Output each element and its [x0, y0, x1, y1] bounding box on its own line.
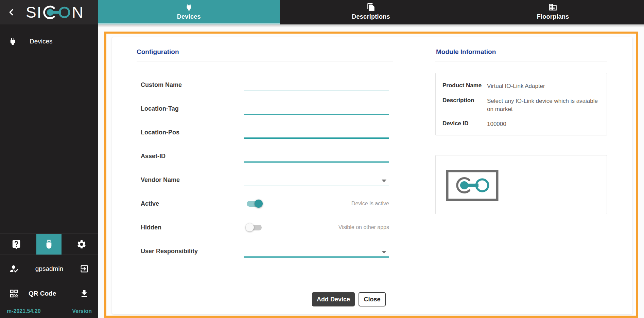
info-value: Select any IO-Link device which is avaia…: [487, 97, 600, 114]
divider: [137, 61, 393, 61]
location-pos-input[interactable]: [244, 129, 389, 137]
sidebar: SI N Devices: [0, 0, 98, 318]
input-underline: [244, 137, 389, 139]
sidebar-version-row: m-2021.54.20 Version: [0, 304, 98, 318]
logo-text-suffix: N: [72, 4, 84, 20]
toggle-thumb: [246, 223, 254, 231]
download-icon[interactable]: [80, 289, 89, 298]
field-label: Asset-ID: [141, 153, 244, 160]
field-label: User Responsibility: [141, 248, 244, 255]
logout-icon[interactable]: [80, 264, 89, 274]
info-row-description: Description Select any IO-Link device wh…: [442, 97, 600, 114]
module-information-title: Module Information: [436, 48, 496, 56]
info-value: 100000: [487, 120, 600, 129]
form-row-location-pos: Location-Pos: [141, 120, 389, 144]
hidden-toggle[interactable]: [246, 223, 263, 232]
active-toggle[interactable]: [246, 199, 263, 208]
form-row-asset-id: Asset-ID: [141, 144, 389, 168]
add-device-button[interactable]: Add Device: [312, 292, 355, 306]
info-label: Product Name: [442, 82, 487, 91]
qr-code-icon[interactable]: [9, 288, 19, 299]
tab-label: Descriptions: [352, 13, 390, 20]
help-button[interactable]: [0, 234, 33, 255]
tab-devices[interactable]: Devices: [98, 0, 280, 24]
help-icon: [11, 239, 21, 249]
input-underline: [244, 161, 389, 163]
field-label: Vendor Name: [141, 176, 244, 184]
device-image-box: [435, 155, 607, 214]
input-underline: [244, 114, 389, 115]
vendor-name-select[interactable]: [244, 168, 389, 192]
sidebar-user-row: gpsadmin: [0, 255, 98, 283]
field-label: Location-Pos: [141, 129, 244, 136]
plug-icon: [8, 37, 17, 46]
info-row-product-name: Product Name Virtual IO-Link Adapter: [442, 82, 600, 91]
sidebar-item-label: Devices: [30, 38, 53, 45]
info-value: Virtual IO-Link Adapter: [487, 82, 600, 91]
logo-text-prefix: SI: [26, 4, 42, 20]
info-row-device-id: Device ID 100000: [442, 120, 600, 129]
input-underline: [244, 185, 389, 186]
field-control: [244, 120, 389, 144]
devices-tool-button[interactable]: [36, 234, 62, 255]
highlight-frame: Configuration Custom Name Location-Tag: [104, 32, 638, 318]
form-row-custom-name: Custom Name: [141, 73, 389, 97]
file-copy-icon: [367, 3, 376, 12]
chevron-down-icon: [382, 180, 386, 182]
top-tab-bar: Devices Descriptions Floorplans: [98, 0, 644, 24]
field-control: [244, 97, 389, 120]
module-information-box: Product Name Virtual IO-Link Adapter Des…: [435, 73, 607, 135]
divider: [137, 277, 393, 277]
sidebar-toolbar: [0, 233, 98, 255]
sidebar-item-devices[interactable]: Devices: [0, 32, 98, 51]
custom-name-input[interactable]: [244, 82, 389, 90]
screen: SI N Devices: [0, 0, 644, 318]
main-content: Configuration Custom Name Location-Tag: [98, 24, 644, 318]
divider: [435, 61, 607, 61]
tab-label: Floorplans: [537, 13, 569, 20]
building-icon: [549, 3, 557, 12]
qr-code-label[interactable]: QR Code: [29, 290, 80, 297]
settings-button[interactable]: [65, 234, 98, 255]
hidden-hint: Visible on other apps: [338, 224, 389, 230]
plug-icon: [185, 3, 193, 12]
sidebar-qr-row: QR Code: [0, 283, 98, 304]
logo-co-mark-icon: [42, 4, 71, 20]
user-responsibility-select[interactable]: [244, 239, 389, 263]
field-control: [244, 144, 389, 168]
sicon-logo: SI N: [26, 4, 84, 20]
tab-floorplans[interactable]: Floorplans: [462, 0, 644, 24]
usb-device-icon: [43, 239, 54, 250]
sidebar-header: SI N: [0, 0, 98, 24]
input-underline: [244, 256, 389, 258]
info-label: Device ID: [442, 120, 487, 129]
device-logo-image: [446, 170, 499, 201]
device-dialog: Configuration Custom Name Location-Tag: [112, 37, 632, 314]
asset-id-input[interactable]: [244, 153, 389, 161]
active-hint: Device is active: [351, 201, 389, 207]
input-underline: [244, 90, 389, 91]
user-check-icon[interactable]: [9, 264, 19, 274]
close-button[interactable]: Close: [359, 292, 386, 306]
field-label: Location-Tag: [141, 105, 244, 112]
configuration-form: Custom Name Location-Tag: [141, 73, 389, 263]
gear-icon: [76, 239, 87, 249]
form-row-hidden: Hidden Visible on other apps: [141, 216, 389, 239]
field-control: [244, 73, 389, 97]
tab-label: Devices: [177, 13, 201, 20]
form-row-vendor-name: Vendor Name: [141, 168, 389, 192]
info-label: Description: [442, 97, 487, 114]
field-label: Active: [141, 200, 244, 207]
location-tag-input[interactable]: [244, 106, 389, 114]
username-label: gpsadmin: [19, 265, 80, 273]
field-control: Device is active: [244, 192, 389, 216]
form-row-user-responsibility: User Responsibility: [141, 239, 389, 263]
form-row-active: Active Device is active: [141, 192, 389, 216]
form-row-location-tag: Location-Tag: [141, 97, 389, 120]
sidebar-spacer: [0, 51, 98, 233]
version-value: m-2021.54.20: [7, 308, 41, 314]
tab-descriptions[interactable]: Descriptions: [280, 0, 462, 24]
version-label: Version: [72, 308, 92, 314]
configuration-title: Configuration: [137, 48, 179, 56]
back-chevron-icon[interactable]: [5, 6, 17, 18]
